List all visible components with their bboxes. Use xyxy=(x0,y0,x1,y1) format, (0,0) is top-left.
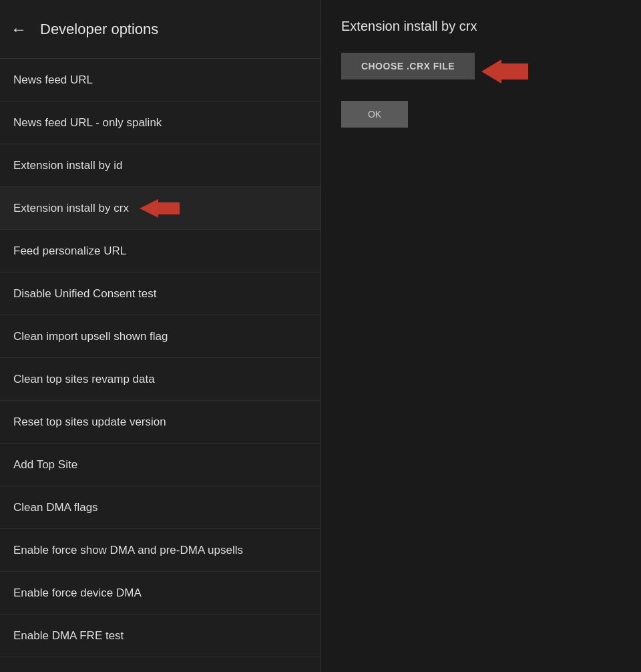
menu-item-disable-unified-consent-test[interactable]: Disable Unified Consent test xyxy=(0,273,320,315)
menu-item-label: Extension install by crx xyxy=(13,202,129,215)
choose-crx-button[interactable]: CHOOSE .CRX FILE xyxy=(341,53,475,79)
left-panel-arrow-icon xyxy=(140,199,180,218)
menu-item-label: Enable DMA FRE test xyxy=(13,629,124,643)
menu-item-news-feed-url[interactable]: News feed URL xyxy=(0,59,320,102)
menu-item-news-feed-url-spalink[interactable]: News feed URL - only spalink xyxy=(0,102,320,144)
right-panel: Extension install by crx CHOOSE .CRX FIL… xyxy=(321,0,641,672)
choose-row: CHOOSE .CRX FILE xyxy=(341,53,621,90)
menu-item-label: Enable force device DMA xyxy=(13,586,142,600)
menu-item-label: News feed URL xyxy=(13,73,93,87)
menu-item-add-top-site[interactable]: Add Top Site xyxy=(0,444,320,486)
svg-marker-1 xyxy=(481,59,528,83)
menu-item-enable-dma-fre-test[interactable]: Enable DMA FRE test xyxy=(0,615,320,657)
menu-item-enable-force-device-dma[interactable]: Enable force device DMA xyxy=(0,572,320,615)
menu-item-label: Reset top sites update version xyxy=(13,415,166,429)
menu-item-clean-top-sites-revamp-data[interactable]: Clean top sites revamp data xyxy=(0,358,320,401)
menu-item-label: Clean DMA flags xyxy=(13,501,98,514)
menu-item-clean-import-upsell-shown-flag[interactable]: Clean import upsell shown flag xyxy=(0,315,320,358)
menu-item-clean-dma-flags[interactable]: Clean DMA flags xyxy=(0,486,320,529)
ok-button[interactable]: OK xyxy=(341,101,408,128)
menu-item-label: Disable Unified Consent test xyxy=(13,287,157,301)
menu-list: News feed URLNews feed URL - only spalin… xyxy=(0,59,320,672)
menu-item-label: News feed URL - only spalink xyxy=(13,116,162,130)
menu-item-extension-install-by-id[interactable]: Extension install by id xyxy=(0,144,320,187)
right-panel-arrow-icon xyxy=(475,59,528,83)
svg-marker-0 xyxy=(140,199,180,218)
page-title: Developer options xyxy=(40,21,158,38)
menu-item-feed-personalize-url[interactable]: Feed personalize URL xyxy=(0,230,320,273)
menu-item-enable-force-show-dma[interactable]: Enable force show DMA and pre-DMA upsell… xyxy=(0,529,320,572)
menu-item-label: Extension install by id xyxy=(13,159,122,172)
menu-item-label: Enable force show DMA and pre-DMA upsell… xyxy=(13,544,243,557)
left-panel: ← Developer options News feed URLNews fe… xyxy=(0,0,321,672)
menu-item-reset-top-sites-update-version[interactable]: Reset top sites update version xyxy=(0,401,320,444)
menu-item-label: Add Top Site xyxy=(13,458,77,472)
menu-item-enable-xiaomi-fre-test[interactable]: Enable XiaoMi FRE test xyxy=(0,657,320,672)
header: ← Developer options xyxy=(0,0,320,59)
menu-item-extension-install-by-crx[interactable]: Extension install by crx xyxy=(0,187,320,230)
menu-item-label: Feed personalize URL xyxy=(13,244,126,258)
back-button[interactable]: ← xyxy=(11,20,27,39)
right-panel-title: Extension install by crx xyxy=(341,19,621,34)
menu-item-label: Clean import upsell shown flag xyxy=(13,330,168,343)
menu-item-label: Clean top sites revamp data xyxy=(13,373,155,386)
